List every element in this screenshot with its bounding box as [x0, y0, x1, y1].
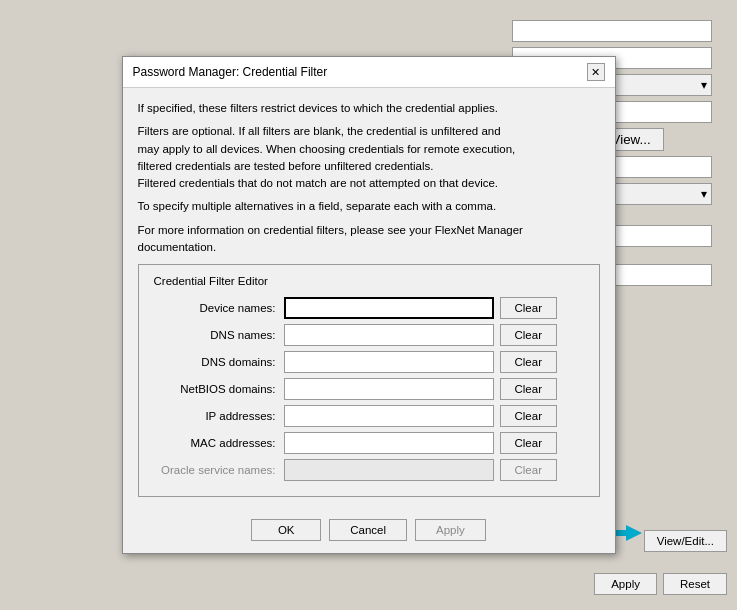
- dialog-title: Password Manager: Credential Filter: [133, 65, 328, 79]
- chevron-down-icon: ▾: [701, 78, 707, 92]
- info-line4: For more information on credential filte…: [138, 222, 600, 257]
- oracle-label: Oracle service names:: [154, 464, 284, 476]
- filter-row-ip: IP addresses: Clear: [154, 405, 584, 427]
- dialog-titlebar: Password Manager: Credential Filter ✕: [123, 57, 615, 88]
- ip-input[interactable]: [284, 405, 494, 427]
- ip-label: IP addresses:: [154, 410, 284, 422]
- cancel-button[interactable]: Cancel: [329, 519, 407, 541]
- oracle-clear-button: Clear: [500, 459, 557, 481]
- netbios-clear-button[interactable]: Clear: [500, 378, 557, 400]
- device-names-clear-button[interactable]: Clear: [500, 297, 557, 319]
- dns-domains-clear-button[interactable]: Clear: [500, 351, 557, 373]
- filter-row-oracle: Oracle service names: Clear: [154, 459, 584, 481]
- dns-names-label: DNS names:: [154, 329, 284, 341]
- ok-button[interactable]: OK: [251, 519, 321, 541]
- filter-row-dns-names: DNS names: Clear: [154, 324, 584, 346]
- mac-clear-button[interactable]: Clear: [500, 432, 557, 454]
- viewedit-button[interactable]: View/Edit...: [644, 530, 727, 552]
- bg-apply-button[interactable]: Apply: [594, 573, 657, 595]
- ip-clear-button[interactable]: Clear: [500, 405, 557, 427]
- filter-row-dns-domains: DNS domains: Clear: [154, 351, 584, 373]
- mac-input[interactable]: [284, 432, 494, 454]
- credential-filter-dialog: Password Manager: Credential Filter ✕ If…: [122, 56, 616, 554]
- dialog-footer: OK Cancel Apply: [123, 509, 615, 553]
- dialog-body: If specified, these filters restrict dev…: [123, 88, 615, 509]
- info-text: If specified, these filters restrict dev…: [138, 100, 600, 256]
- bg-input-1: [512, 20, 712, 42]
- dns-domains-input[interactable]: [284, 351, 494, 373]
- apply-button[interactable]: Apply: [415, 519, 486, 541]
- section-title: Credential Filter Editor: [154, 275, 584, 287]
- info-line1: If specified, these filters restrict dev…: [138, 100, 600, 117]
- netbios-input[interactable]: [284, 378, 494, 400]
- info-line2: Filters are optional. If all filters are…: [138, 123, 600, 192]
- bg-reset-button[interactable]: Reset: [663, 573, 727, 595]
- oracle-input: [284, 459, 494, 481]
- chevron-down-icon-2: ▾: [701, 187, 707, 201]
- dns-names-input[interactable]: [284, 324, 494, 346]
- close-button[interactable]: ✕: [587, 63, 605, 81]
- apply-reset-group: Apply Reset: [594, 573, 727, 595]
- dns-names-clear-button[interactable]: Clear: [500, 324, 557, 346]
- filter-editor-section: Credential Filter Editor Device names: C…: [138, 264, 600, 497]
- device-names-input[interactable]: [284, 297, 494, 319]
- filter-row-mac: MAC addresses: Clear: [154, 432, 584, 454]
- filter-row-device-names: Device names: Clear: [154, 297, 584, 319]
- svg-marker-1: [626, 525, 642, 541]
- mac-label: MAC addresses:: [154, 437, 284, 449]
- filter-row-netbios: NetBIOS domains: Clear: [154, 378, 584, 400]
- info-line3: To specify multiple alternatives in a fi…: [138, 198, 600, 215]
- device-names-label: Device names:: [154, 302, 284, 314]
- netbios-label: NetBIOS domains:: [154, 383, 284, 395]
- dns-domains-label: DNS domains:: [154, 356, 284, 368]
